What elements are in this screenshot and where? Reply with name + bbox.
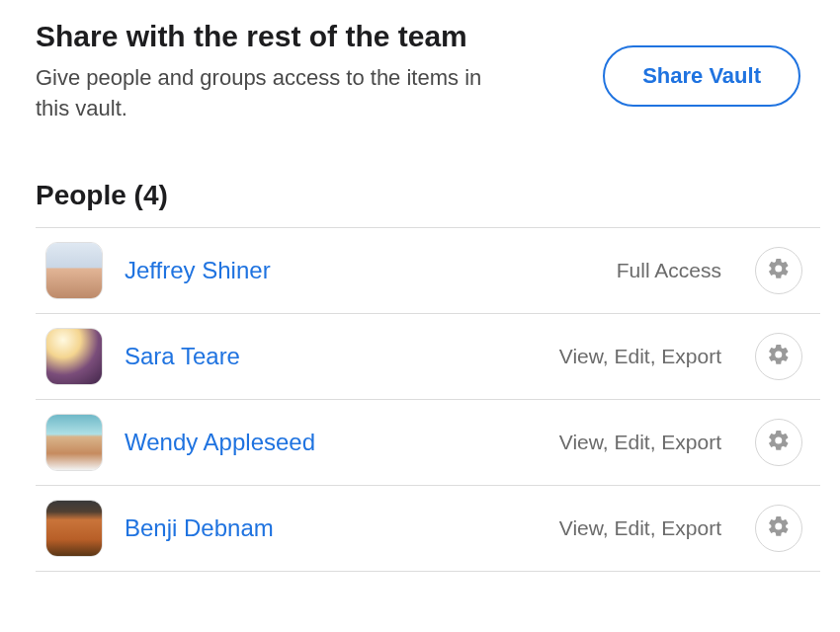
- person-settings-button[interactable]: [755, 247, 802, 294]
- person-name-link[interactable]: Wendy Appleseed: [125, 429, 538, 456]
- gear-icon: [767, 343, 791, 369]
- permission-label: View, Edit, Export: [559, 431, 721, 454]
- person-row: Wendy Appleseed View, Edit, Export: [36, 400, 820, 486]
- people-list: Jeffrey Shiner Full Access Sara Teare Vi…: [36, 227, 820, 572]
- person-name-link[interactable]: Benji Debnam: [125, 514, 538, 542]
- people-heading: People (4): [36, 180, 820, 211]
- permission-label: View, Edit, Export: [559, 345, 721, 368]
- person-row: Benji Debnam View, Edit, Export: [36, 486, 820, 572]
- gear-icon: [767, 257, 791, 283]
- gear-icon: [767, 429, 791, 455]
- person-settings-button[interactable]: [755, 505, 802, 552]
- share-header: Share with the rest of the team Give peo…: [36, 20, 820, 124]
- person-settings-button[interactable]: [755, 333, 802, 380]
- avatar: [45, 414, 103, 471]
- person-row: Sara Teare View, Edit, Export: [36, 314, 820, 400]
- person-name-link[interactable]: Jeffrey Shiner: [125, 257, 595, 284]
- header-text-block: Share with the rest of the team Give peo…: [36, 20, 510, 124]
- person-row: Jeffrey Shiner Full Access: [36, 228, 820, 314]
- share-vault-button[interactable]: Share Vault: [603, 45, 800, 107]
- gear-icon: [767, 514, 791, 541]
- person-name-link[interactable]: Sara Teare: [125, 343, 538, 370]
- avatar: [45, 328, 103, 385]
- permission-label: View, Edit, Export: [559, 516, 721, 540]
- person-settings-button[interactable]: [755, 419, 802, 466]
- avatar: [45, 500, 103, 557]
- share-subtitle: Give people and groups access to the ite…: [36, 63, 510, 124]
- permission-label: Full Access: [617, 259, 721, 282]
- share-title: Share with the rest of the team: [36, 20, 510, 53]
- avatar: [45, 242, 103, 299]
